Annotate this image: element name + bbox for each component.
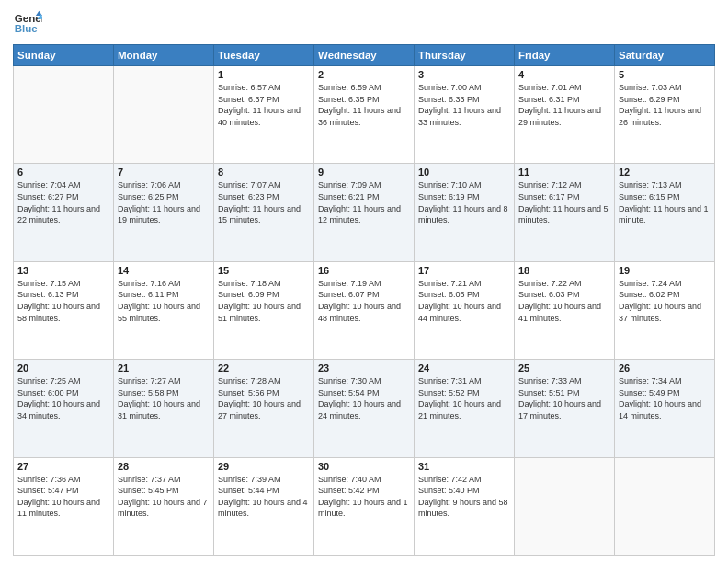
day-info: Sunrise: 7:12 AM Sunset: 6:17 PM Dayligh… [518, 179, 610, 225]
calendar-cell: 11Sunrise: 7:12 AM Sunset: 6:17 PM Dayli… [515, 164, 615, 261]
day-info: Sunrise: 7:21 AM Sunset: 6:05 PM Dayligh… [418, 278, 510, 324]
calendar-cell: 19Sunrise: 7:24 AM Sunset: 6:02 PM Dayli… [615, 261, 715, 359]
calendar-week-row: 20Sunrise: 7:25 AM Sunset: 6:00 PM Dayli… [14, 360, 715, 457]
day-info: Sunrise: 7:15 AM Sunset: 6:13 PM Dayligh… [17, 278, 109, 324]
calendar-cell: 4Sunrise: 7:01 AM Sunset: 6:31 PM Daylig… [515, 66, 615, 164]
calendar-cell: 2Sunrise: 6:59 AM Sunset: 6:35 PM Daylig… [314, 66, 415, 164]
day-number: 1 [218, 69, 310, 80]
calendar-cell: 17Sunrise: 7:21 AM Sunset: 6:05 PM Dayli… [415, 261, 515, 359]
weekday-header-cell: Friday [515, 45, 615, 66]
day-info: Sunrise: 7:33 AM Sunset: 5:51 PM Dayligh… [518, 375, 610, 421]
day-info: Sunrise: 7:13 AM Sunset: 6:15 PM Dayligh… [619, 179, 711, 225]
calendar-cell: 31Sunrise: 7:42 AM Sunset: 5:40 PM Dayli… [415, 457, 515, 555]
calendar-cell: 5Sunrise: 7:03 AM Sunset: 6:29 PM Daylig… [615, 66, 715, 164]
calendar-cell: 30Sunrise: 7:40 AM Sunset: 5:42 PM Dayli… [314, 457, 415, 555]
day-info: Sunrise: 7:28 AM Sunset: 5:56 PM Dayligh… [218, 375, 310, 421]
day-number: 13 [17, 265, 109, 276]
calendar-cell [14, 66, 114, 164]
day-number: 10 [418, 167, 510, 178]
day-number: 16 [318, 265, 410, 276]
day-info: Sunrise: 7:10 AM Sunset: 6:19 PM Dayligh… [418, 179, 510, 225]
day-info: Sunrise: 6:57 AM Sunset: 6:37 PM Dayligh… [218, 82, 310, 128]
day-number: 4 [518, 69, 610, 80]
calendar-cell: 1Sunrise: 6:57 AM Sunset: 6:37 PM Daylig… [214, 66, 314, 164]
calendar-cell: 15Sunrise: 7:18 AM Sunset: 6:09 PM Dayli… [214, 261, 314, 359]
day-number: 11 [518, 167, 610, 178]
calendar-table: SundayMondayTuesdayWednesdayThursdayFrid… [13, 44, 715, 556]
day-info: Sunrise: 7:04 AM Sunset: 6:27 PM Dayligh… [17, 179, 109, 225]
calendar-cell: 13Sunrise: 7:15 AM Sunset: 6:13 PM Dayli… [14, 261, 114, 359]
page: General Blue SundayMondayTuesdayWednesda… [0, 0, 728, 563]
logo-icon: General Blue [13, 9, 42, 39]
day-number: 3 [418, 69, 510, 80]
weekday-header-cell: Tuesday [214, 45, 314, 66]
day-number: 20 [17, 362, 109, 373]
day-number: 5 [619, 69, 711, 80]
day-info: Sunrise: 6:59 AM Sunset: 6:35 PM Dayligh… [318, 82, 410, 128]
calendar-week-row: 1Sunrise: 6:57 AM Sunset: 6:37 PM Daylig… [14, 66, 715, 164]
day-number: 31 [418, 461, 510, 472]
day-info: Sunrise: 7:25 AM Sunset: 6:00 PM Dayligh… [17, 375, 109, 421]
calendar-week-row: 27Sunrise: 7:36 AM Sunset: 5:47 PM Dayli… [14, 457, 715, 555]
calendar-cell: 8Sunrise: 7:07 AM Sunset: 6:23 PM Daylig… [214, 164, 314, 261]
day-info: Sunrise: 7:03 AM Sunset: 6:29 PM Dayligh… [619, 82, 711, 128]
calendar-week-row: 6Sunrise: 7:04 AM Sunset: 6:27 PM Daylig… [14, 164, 715, 261]
day-info: Sunrise: 7:30 AM Sunset: 5:54 PM Dayligh… [318, 375, 410, 421]
weekday-header-cell: Sunday [14, 45, 114, 66]
calendar-cell [515, 457, 615, 555]
day-number: 26 [619, 362, 711, 373]
day-info: Sunrise: 7:37 AM Sunset: 5:45 PM Dayligh… [118, 474, 210, 520]
calendar-cell: 14Sunrise: 7:16 AM Sunset: 6:11 PM Dayli… [114, 261, 214, 359]
day-info: Sunrise: 7:34 AM Sunset: 5:49 PM Dayligh… [619, 375, 711, 421]
calendar-week-row: 13Sunrise: 7:15 AM Sunset: 6:13 PM Dayli… [14, 261, 715, 359]
calendar-cell: 12Sunrise: 7:13 AM Sunset: 6:15 PM Dayli… [615, 164, 715, 261]
day-number: 29 [218, 461, 310, 472]
day-info: Sunrise: 7:19 AM Sunset: 6:07 PM Dayligh… [318, 278, 410, 324]
day-info: Sunrise: 7:22 AM Sunset: 6:03 PM Dayligh… [518, 278, 610, 324]
day-number: 30 [318, 461, 410, 472]
calendar-cell [114, 66, 214, 164]
day-number: 6 [17, 167, 109, 178]
calendar-body: 1Sunrise: 6:57 AM Sunset: 6:37 PM Daylig… [14, 66, 715, 556]
calendar-cell: 22Sunrise: 7:28 AM Sunset: 5:56 PM Dayli… [214, 360, 314, 457]
day-info: Sunrise: 7:09 AM Sunset: 6:21 PM Dayligh… [318, 179, 410, 225]
day-info: Sunrise: 7:42 AM Sunset: 5:40 PM Dayligh… [418, 474, 510, 520]
day-info: Sunrise: 7:16 AM Sunset: 6:11 PM Dayligh… [118, 278, 210, 324]
day-info: Sunrise: 7:31 AM Sunset: 5:52 PM Dayligh… [418, 375, 510, 421]
day-info: Sunrise: 7:07 AM Sunset: 6:23 PM Dayligh… [218, 179, 310, 225]
svg-text:Blue: Blue [15, 23, 39, 34]
weekday-header-cell: Monday [114, 45, 214, 66]
day-info: Sunrise: 7:01 AM Sunset: 6:31 PM Dayligh… [518, 82, 610, 128]
calendar-cell: 28Sunrise: 7:37 AM Sunset: 5:45 PM Dayli… [114, 457, 214, 555]
day-number: 21 [118, 362, 210, 373]
day-info: Sunrise: 7:39 AM Sunset: 5:44 PM Dayligh… [218, 474, 310, 520]
weekday-header-cell: Saturday [615, 45, 715, 66]
day-number: 17 [418, 265, 510, 276]
calendar-cell: 27Sunrise: 7:36 AM Sunset: 5:47 PM Dayli… [14, 457, 114, 555]
weekday-header-cell: Thursday [415, 45, 515, 66]
day-number: 23 [318, 362, 410, 373]
calendar-cell: 3Sunrise: 7:00 AM Sunset: 6:33 PM Daylig… [415, 66, 515, 164]
day-number: 7 [118, 167, 210, 178]
day-number: 12 [619, 167, 711, 178]
day-info: Sunrise: 7:40 AM Sunset: 5:42 PM Dayligh… [318, 474, 410, 520]
day-number: 22 [218, 362, 310, 373]
calendar-cell: 25Sunrise: 7:33 AM Sunset: 5:51 PM Dayli… [515, 360, 615, 457]
day-number: 25 [518, 362, 610, 373]
calendar-cell: 23Sunrise: 7:30 AM Sunset: 5:54 PM Dayli… [314, 360, 415, 457]
day-info: Sunrise: 7:24 AM Sunset: 6:02 PM Dayligh… [619, 278, 711, 324]
calendar-cell: 16Sunrise: 7:19 AM Sunset: 6:07 PM Dayli… [314, 261, 415, 359]
logo: General Blue [13, 9, 44, 39]
calendar-cell: 9Sunrise: 7:09 AM Sunset: 6:21 PM Daylig… [314, 164, 415, 261]
day-number: 8 [218, 167, 310, 178]
day-info: Sunrise: 7:18 AM Sunset: 6:09 PM Dayligh… [218, 278, 310, 324]
calendar-cell: 10Sunrise: 7:10 AM Sunset: 6:19 PM Dayli… [415, 164, 515, 261]
day-number: 14 [118, 265, 210, 276]
day-info: Sunrise: 7:36 AM Sunset: 5:47 PM Dayligh… [17, 474, 109, 520]
day-info: Sunrise: 7:06 AM Sunset: 6:25 PM Dayligh… [118, 179, 210, 225]
calendar-cell: 21Sunrise: 7:27 AM Sunset: 5:58 PM Dayli… [114, 360, 214, 457]
day-number: 2 [318, 69, 410, 80]
calendar-cell: 26Sunrise: 7:34 AM Sunset: 5:49 PM Dayli… [615, 360, 715, 457]
calendar-cell: 29Sunrise: 7:39 AM Sunset: 5:44 PM Dayli… [214, 457, 314, 555]
header: General Blue [13, 9, 715, 39]
